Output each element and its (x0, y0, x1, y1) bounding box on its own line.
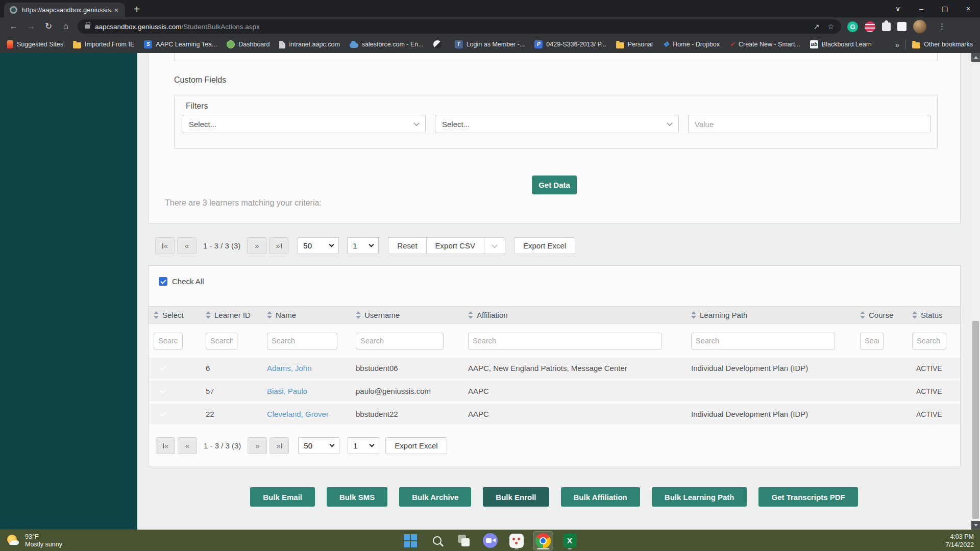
page-size-select[interactable]: 50 (298, 437, 339, 454)
bookmark-personal[interactable]: Personal (616, 41, 653, 48)
bookmark-login-as-member[interactable]: T Login as Member -... (455, 40, 525, 48)
bulk-affiliation-button[interactable]: Bulk Affiliation (561, 487, 640, 507)
new-tab-button[interactable]: + (130, 3, 144, 16)
bookmarks-overflow-icon[interactable]: » (895, 40, 899, 49)
previous-page-button[interactable]: « (178, 437, 197, 454)
search-input-course[interactable] (860, 333, 884, 349)
sort-icon[interactable] (468, 311, 474, 319)
reload-icon[interactable]: ↻ (40, 19, 57, 34)
forward-icon[interactable]: → (22, 19, 40, 34)
bookmark-salesforce[interactable]: salesforce.com - En... (350, 41, 424, 48)
restore-button[interactable]: ▢ (933, 0, 957, 17)
export-csv-dropdown-button[interactable] (484, 237, 505, 254)
column-header-name[interactable]: Name (262, 311, 351, 319)
start-button[interactable] (400, 531, 421, 550)
sidepanel-icon[interactable] (897, 22, 906, 31)
custom-field-operator-select[interactable]: Select... (435, 115, 679, 133)
learner-name-link[interactable]: Biasi, Paulo (267, 387, 307, 395)
scrollbar-thumb[interactable] (972, 321, 979, 519)
value-input[interactable] (688, 115, 931, 133)
first-page-button[interactable]: « (156, 437, 175, 454)
sort-icon[interactable] (691, 311, 697, 319)
taskbar-search-button[interactable] (427, 531, 447, 550)
bookmark-globe[interactable] (433, 40, 445, 48)
bookmark-smartsheet[interactable]: ✓ Create New - Smart... (729, 40, 800, 48)
export-excel-button[interactable]: Export Excel (385, 437, 447, 454)
teams-chat-button[interactable] (480, 531, 500, 550)
browser-tab[interactable]: https://aapcsandbox.geniussis.co × (4, 3, 125, 17)
bookmark-0429[interactable]: P 0429-S336-2013/ P... (534, 40, 606, 48)
first-page-button[interactable]: « (155, 237, 175, 254)
sort-icon[interactable] (267, 311, 273, 319)
tab-search-icon[interactable]: ∨ (886, 0, 910, 17)
learner-name-link[interactable]: Adams, John (267, 364, 312, 372)
sort-icon[interactable] (912, 311, 918, 319)
bulk-sms-button[interactable]: Bulk SMS (327, 487, 387, 507)
page-number-select[interactable]: 1 (347, 237, 379, 254)
task-view-button[interactable] (453, 531, 474, 550)
bulk-enroll-button[interactable]: Bulk Enroll (483, 487, 549, 507)
search-input-name[interactable] (267, 333, 337, 349)
menu-kebab-icon[interactable]: ⋮ (933, 22, 951, 31)
page-size-select[interactable]: 50 (298, 237, 339, 254)
reset-button[interactable]: Reset (388, 237, 426, 254)
weather-widget[interactable]: 93°F Mostly sunny (6, 533, 62, 548)
profile-avatar[interactable] (913, 20, 926, 33)
scrollbar-up-icon[interactable] (971, 53, 980, 62)
address-bar[interactable]: aapcsandbox.geniussis.com /StudentBulkAc… (78, 19, 841, 34)
get-transcripts-pdf-button[interactable]: Get Transcripts PDF (758, 487, 857, 507)
column-header-status[interactable]: Status (907, 311, 960, 319)
close-window-button[interactable]: × (957, 0, 980, 17)
minimize-button[interactable]: – (910, 0, 933, 17)
pinned-app-button[interactable] (506, 531, 527, 550)
sort-icon[interactable] (206, 311, 211, 319)
search-input-affiliation[interactable] (468, 333, 662, 349)
scrollbar-down-icon[interactable] (971, 521, 980, 530)
bookmark-dashboard[interactable]: Dashboard (227, 40, 270, 48)
search-input-learning-path[interactable] (691, 333, 835, 349)
custom-field-select[interactable]: Select... (182, 115, 426, 133)
export-excel-button[interactable]: Export Excel (514, 237, 575, 254)
bookmark-dropbox[interactable]: ❖ Home - Dropbox (663, 40, 720, 48)
column-header-learning-path[interactable]: Learning Path (686, 311, 855, 319)
chrome-taskbar-button[interactable] (533, 531, 553, 550)
bookmark-suggested-sites[interactable]: Suggested Sites (7, 40, 63, 48)
next-page-button[interactable]: » (247, 237, 266, 254)
bulk-archive-button[interactable]: Bulk Archive (399, 487, 471, 507)
sort-icon[interactable] (356, 311, 361, 319)
column-header-select[interactable]: Select (149, 311, 201, 319)
previous-page-button[interactable]: « (177, 237, 197, 254)
bookmark-blackboard[interactable]: Bb Blackboard Learn (810, 40, 872, 48)
excel-taskbar-button[interactable]: X (559, 531, 580, 550)
last-page-button[interactable]: » (269, 237, 288, 254)
next-page-button[interactable]: » (248, 437, 267, 454)
check-all-checkbox[interactable] (159, 277, 167, 286)
home-icon[interactable]: ⌂ (57, 19, 75, 34)
grammarly-extension-icon[interactable]: G (847, 21, 858, 32)
bulk-email-button[interactable]: Bulk Email (250, 487, 315, 507)
bulk-learning-path-button[interactable]: Bulk Learning Path (652, 487, 747, 507)
share-icon[interactable]: ↗ (814, 22, 820, 31)
tab-close-icon[interactable]: × (112, 6, 121, 15)
bookmark-aapc-learning[interactable]: S AAPC Learning Tea... (144, 40, 217, 48)
sort-icon[interactable] (154, 311, 159, 319)
bookmark-intranet[interactable]: intranet.aapc.com (279, 41, 339, 48)
column-header-username[interactable]: Username (351, 311, 463, 319)
export-csv-button[interactable]: Export CSV (426, 237, 484, 254)
search-input-select[interactable] (154, 333, 183, 349)
taskbar-clock[interactable]: 4:03 PM 7/14/2022 (945, 533, 974, 549)
learner-name-link[interactable]: Cleveland, Grover (267, 410, 329, 418)
bookmark-star-icon[interactable]: ☆ (827, 22, 834, 31)
red-extension-icon[interactable] (865, 21, 875, 32)
bookmark-imported-from-ie[interactable]: Imported From IE (73, 41, 134, 48)
column-header-affiliation[interactable]: Affiliation (463, 311, 686, 319)
search-input-learner-id[interactable] (206, 333, 237, 349)
column-header-learner-id[interactable]: Learner ID (201, 311, 262, 319)
extensions-puzzle-icon[interactable] (882, 22, 891, 31)
search-input-username[interactable] (356, 333, 444, 349)
column-header-course[interactable]: Course (855, 311, 907, 319)
get-data-button[interactable]: Get Data (532, 176, 577, 194)
sort-icon[interactable] (860, 311, 866, 319)
page-number-select[interactable]: 1 (348, 437, 379, 454)
other-bookmarks-button[interactable]: Other bookmarks (912, 41, 973, 48)
